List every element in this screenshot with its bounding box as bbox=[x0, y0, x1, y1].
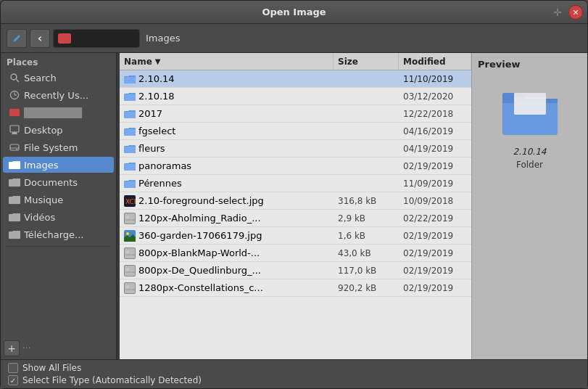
table-row[interactable]: fgselect 04/16/2019 bbox=[120, 123, 471, 140]
sidebar-item-desktop-label: Desktop bbox=[24, 125, 108, 136]
sort-arrow: ▼ bbox=[155, 57, 161, 65]
add-bookmark-button[interactable]: + bbox=[4, 340, 20, 356]
file-name-text: fleurs bbox=[138, 143, 165, 154]
folder-icon-musique bbox=[9, 194, 20, 205]
file-name: Pérennes bbox=[120, 175, 334, 192]
table-row[interactable]: panoramas 02/19/2019 bbox=[120, 157, 471, 175]
file-modified: 02/22/2019 bbox=[399, 210, 471, 226]
file-name: 2017 bbox=[120, 105, 334, 122]
col-header-size[interactable]: Size bbox=[334, 53, 399, 70]
table-row[interactable]: 2017 12/22/2018 bbox=[120, 105, 471, 123]
col-header-modified[interactable]: Modified bbox=[399, 53, 471, 70]
sidebar-item-musique[interactable]: Musique bbox=[3, 192, 114, 208]
sidebar-separator bbox=[7, 246, 110, 247]
file-modified: 04/19/2019 bbox=[399, 140, 471, 157]
table-row[interactable]: 2.10.18 03/12/2020 bbox=[120, 88, 471, 105]
folder-icon-videos bbox=[9, 211, 20, 223]
file-icon bbox=[124, 108, 136, 120]
file-list-body[interactable]: 2.10.14 11/10/2019 2.10.18 03/12/2020 20… bbox=[120, 70, 471, 359]
title-bar: Open Image ✛ ✕ bbox=[1, 1, 587, 24]
sidebar-item-recently-used-label: Recently Us... bbox=[24, 90, 108, 101]
file-name: 360-garden-17066179.jpg bbox=[120, 227, 334, 244]
folder-icon bbox=[124, 161, 136, 171]
preview-folder-icon bbox=[501, 86, 559, 136]
table-row[interactable]: 800px-De_Quedlinburg_... 117,0 kB 02/19/… bbox=[120, 262, 471, 279]
file-modified: 02/19/2019 bbox=[399, 157, 471, 174]
sidebar: Places Search Recently Us... bbox=[1, 53, 117, 359]
svg-point-10 bbox=[16, 149, 17, 150]
sidebar-item-recently-used[interactable]: Recently Us... bbox=[3, 87, 114, 103]
preview-title: Preview bbox=[478, 59, 521, 70]
file-name-text: 360-garden-17066179.jpg bbox=[138, 230, 262, 241]
file-name-text: 1280px-Constellations_c... bbox=[138, 282, 263, 293]
sidebar-item-search[interactable]: Search bbox=[3, 70, 114, 86]
file-size bbox=[334, 88, 399, 105]
table-row[interactable]: XCF 2.10-foreground-select.jpg 316,8 kB … bbox=[120, 192, 471, 210]
desktop-icon bbox=[9, 124, 20, 136]
table-row[interactable]: 120px-Aholming_Radio_... 2,9 kB 02/22/20… bbox=[120, 210, 471, 227]
image-gimp-icon: XCF bbox=[124, 195, 136, 207]
sidebar-item-videos[interactable]: Vidéos bbox=[3, 209, 114, 225]
file-name-text: 800px-De_Quedlinburg_... bbox=[138, 265, 261, 276]
file-name: 1280px-Constellations_c... bbox=[120, 279, 334, 296]
sidebar-item-telecharge[interactable]: Télécharge... bbox=[3, 226, 114, 242]
sidebar-item-desktop[interactable]: Desktop bbox=[3, 122, 114, 138]
svg-line-1 bbox=[17, 80, 20, 83]
sidebar-item-documents[interactable]: Documents bbox=[3, 174, 114, 190]
folder-icon-documents bbox=[9, 176, 20, 188]
sidebar-item-redacted[interactable]: ████████ bbox=[3, 105, 114, 120]
table-row[interactable]: 1280px-Constellations_c... 920,2 kB 02/1… bbox=[120, 279, 471, 297]
sidebar-item-search-label: Search bbox=[24, 73, 108, 83]
table-row[interactable]: 2.10.14 11/10/2019 bbox=[120, 70, 471, 88]
table-row[interactable]: 800px-BlankMap-World-... 43,0 kB 02/19/2… bbox=[120, 245, 471, 262]
file-name: 800px-BlankMap-World-... bbox=[120, 245, 334, 261]
file-modified: 02/19/2019 bbox=[399, 262, 471, 279]
file-name-text: 2017 bbox=[138, 108, 162, 119]
svg-rect-28 bbox=[125, 283, 135, 293]
file-size: 1,6 kB bbox=[334, 227, 399, 244]
folder-icon bbox=[124, 91, 136, 102]
file-icon bbox=[124, 230, 136, 242]
svg-rect-5 bbox=[10, 126, 19, 132]
preview-panel: Preview 2.10.14 Folder bbox=[471, 53, 587, 359]
close-button[interactable]: ✕ bbox=[568, 5, 583, 20]
sidebar-dots: ··· bbox=[22, 343, 30, 353]
svg-point-18 bbox=[126, 232, 129, 235]
back-button[interactable]: ‹ bbox=[30, 29, 50, 48]
sidebar-item-images[interactable]: Images bbox=[3, 157, 114, 173]
select-file-type-checkbox[interactable]: ✓ bbox=[8, 375, 18, 385]
svg-point-16 bbox=[126, 216, 129, 218]
table-row[interactable]: fleurs 04/19/2019 bbox=[120, 140, 471, 157]
file-icon bbox=[124, 265, 136, 277]
preview-filename: 2.10.14 bbox=[513, 147, 547, 157]
file-name: panoramas bbox=[120, 157, 334, 174]
svg-rect-35 bbox=[514, 93, 546, 97]
file-icon: XCF bbox=[124, 195, 136, 207]
file-modified: 11/09/2019 bbox=[399, 175, 471, 192]
show-all-files-checkbox[interactable] bbox=[8, 363, 18, 373]
file-name: 120px-Aholming_Radio_... bbox=[120, 210, 334, 226]
file-icon bbox=[124, 143, 136, 155]
file-name-text: 800px-BlankMap-World-... bbox=[138, 247, 260, 258]
col-header-name[interactable]: Name ▼ bbox=[120, 53, 334, 70]
file-size: 117,0 kB bbox=[334, 262, 399, 279]
image-icon bbox=[124, 265, 136, 277]
table-row[interactable]: 360-garden-17066179.jpg 1,6 kB 02/19/201… bbox=[120, 227, 471, 245]
file-icon bbox=[124, 91, 136, 102]
file-list-header: Name ▼ Size Modified bbox=[120, 53, 471, 70]
file-icon bbox=[124, 247, 136, 259]
pencil-button[interactable] bbox=[7, 29, 27, 48]
file-icon bbox=[124, 126, 136, 137]
sidebar-item-file-system[interactable]: File System bbox=[3, 139, 114, 155]
show-all-files-label: Show All Files bbox=[22, 363, 81, 373]
table-row[interactable]: Pérennes 11/09/2019 bbox=[120, 175, 471, 192]
sidebar-item-musique-label: Musique bbox=[24, 194, 108, 205]
folder-icon bbox=[124, 144, 136, 154]
file-name-text: panoramas bbox=[138, 160, 191, 171]
location-label: Images bbox=[143, 33, 183, 44]
move-icon: ✛ bbox=[553, 7, 562, 18]
file-icon bbox=[124, 213, 136, 224]
file-modified: 12/22/2018 bbox=[399, 105, 471, 122]
file-name: fleurs bbox=[120, 140, 334, 157]
file-name-text: 120px-Aholming_Radio_... bbox=[138, 213, 261, 224]
